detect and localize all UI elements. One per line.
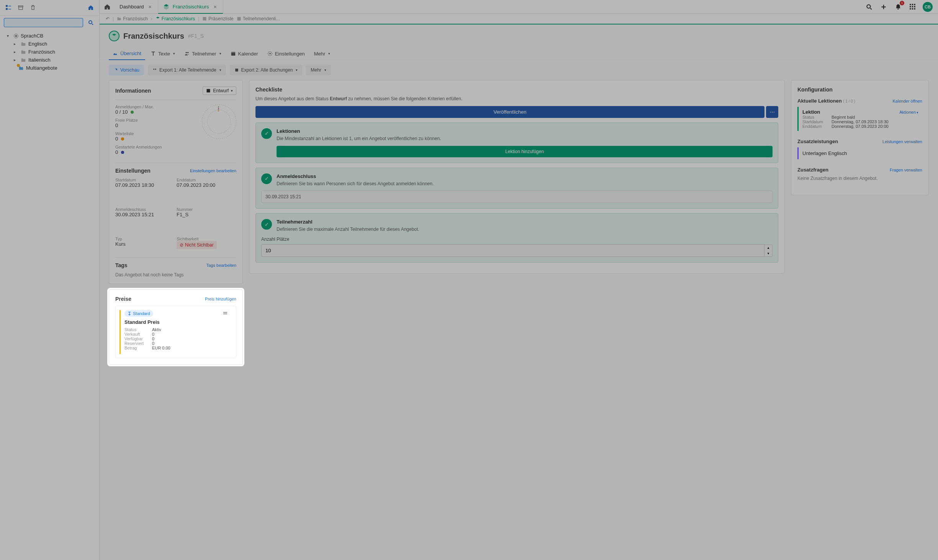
capacity-input[interactable] xyxy=(261,244,764,257)
archive-icon[interactable] xyxy=(16,3,25,12)
tab-dashboard[interactable]: Dashboard × xyxy=(115,0,158,13)
menu-participants[interactable]: Teilnehmer xyxy=(180,48,225,60)
add-lesson-button[interactable]: Lektion hinzufügen xyxy=(277,146,773,157)
tree-item-multi[interactable]: Multiangebote xyxy=(0,64,99,72)
home-icon[interactable] xyxy=(86,3,95,12)
export1-button[interactable]: Export 1: Alle Teilnehmende xyxy=(148,65,226,75)
manage-services-link[interactable]: Leistungen verwalten xyxy=(882,139,922,144)
bc-franzoesisch[interactable]: Französisch xyxy=(117,16,148,21)
svg-rect-5 xyxy=(19,7,23,10)
export2-button[interactable]: Export 2: Alle Buchungen xyxy=(230,65,303,75)
avatar[interactable]: CB xyxy=(923,2,933,12)
svg-rect-10 xyxy=(914,4,915,5)
svg-rect-3 xyxy=(8,9,11,10)
lesson-card: Lektion Aktionen StatusBeginnt bald Star… xyxy=(797,107,922,131)
check-capacity: ✓ Teilnehmerzahl Definieren Sie die maxi… xyxy=(255,213,778,263)
status-dot xyxy=(121,151,124,154)
svg-rect-9 xyxy=(912,4,913,5)
svg-rect-26 xyxy=(235,69,238,72)
spin-down[interactable]: ▼ xyxy=(764,251,772,256)
check-deadline: ✓ Anmeldeschluss Definieren Sie bis wann… xyxy=(255,168,778,209)
svg-rect-14 xyxy=(910,8,911,9)
svg-point-20 xyxy=(187,52,189,54)
svg-rect-13 xyxy=(914,6,915,7)
checklist-card: Checkliste Um dieses Angebot aus dem Sta… xyxy=(249,80,785,274)
notif-badge: 1 xyxy=(900,1,904,5)
tree-label: Englisch xyxy=(28,41,47,47)
back-icon[interactable]: ↶ xyxy=(106,16,110,21)
tree-item-englisch[interactable]: ▸ Englisch xyxy=(0,40,99,48)
close-icon[interactable]: × xyxy=(147,4,153,10)
edit-tags-link[interactable]: Tags bearbeiten xyxy=(206,263,236,268)
publish-more-button[interactable]: ⋯ xyxy=(766,106,778,118)
add-price-link[interactable]: Preis hinzufügen xyxy=(205,297,236,301)
svg-rect-12 xyxy=(912,6,913,7)
svg-rect-27 xyxy=(207,89,210,93)
check-lessons: ✓ Lektionen Die Mindestanzahl an Lektion… xyxy=(255,122,778,163)
menu-settings[interactable]: Einstellungen xyxy=(264,48,309,60)
folder-icon xyxy=(21,57,26,63)
drag-handle-icon[interactable] xyxy=(222,310,228,316)
status-draft[interactable]: Entwurf ▾ xyxy=(203,87,236,95)
actions-more-button[interactable]: Mehr xyxy=(306,65,331,75)
checklist-desc: Um dieses Angebot aus dem Status Entwurf… xyxy=(255,96,778,102)
tags-empty: Das Angebot hat noch keine Tags xyxy=(115,272,236,278)
svg-rect-18 xyxy=(237,17,241,21)
sidebar-search-input[interactable] xyxy=(4,18,83,27)
tree-item-italienisch[interactable]: ▸ Italienisch xyxy=(0,56,99,64)
service-card[interactable]: Unterlagen Englisch xyxy=(797,147,922,159)
apps-icon[interactable] xyxy=(908,2,917,11)
preview-button[interactable]: Vorschau xyxy=(109,65,144,75)
menu-more[interactable]: Mehr xyxy=(310,48,334,60)
svg-point-6 xyxy=(89,21,92,24)
tree-root[interactable]: ▾ SprachCB xyxy=(0,32,99,40)
multi-folder-icon xyxy=(18,65,24,71)
status-dot xyxy=(131,111,134,114)
capacity-label: Anzahl Plätze xyxy=(261,237,773,242)
tab-course[interactable]: Französischkurs × xyxy=(158,0,223,13)
page-title: Französischkurs xyxy=(123,32,184,41)
spin-up[interactable]: ▲ xyxy=(764,245,772,251)
svg-point-19 xyxy=(186,52,187,54)
trash-icon[interactable] xyxy=(28,3,38,12)
menu-overview[interactable]: Übersicht xyxy=(109,47,145,60)
tab-label: Französischkurs xyxy=(173,4,209,10)
price-name: Standard Preis xyxy=(124,319,160,325)
bc-course[interactable]: Französischkurs xyxy=(156,16,195,21)
tree-root-label: SprachCB xyxy=(21,33,43,39)
folder-icon xyxy=(21,49,26,55)
svg-point-24 xyxy=(153,69,154,70)
info-title: Informationen xyxy=(115,88,151,94)
lesson-actions[interactable]: Aktionen xyxy=(899,110,918,114)
svg-rect-15 xyxy=(912,8,913,9)
menu-calendar[interactable]: Kalender xyxy=(227,48,262,60)
chevron-right-icon: ▸ xyxy=(14,58,18,62)
menu-texts[interactable]: Texte xyxy=(147,48,179,60)
check-icon: ✓ xyxy=(261,173,272,184)
tab-label: Dashboard xyxy=(120,4,144,10)
svg-point-25 xyxy=(155,69,156,70)
tab-home[interactable] xyxy=(100,0,115,13)
tags-subtitle: Tags xyxy=(115,262,128,268)
tree-view-icon[interactable] xyxy=(4,3,13,12)
price-standard-tag: Standard xyxy=(124,310,153,317)
svg-rect-8 xyxy=(910,4,911,5)
bc-presence[interactable]: Präsenzliste xyxy=(202,16,233,21)
breadcrumb: ↶ | Französisch › Französischkurs | Präs… xyxy=(100,14,938,24)
add-icon[interactable] xyxy=(879,2,888,11)
manage-questions-link[interactable]: Fragen verwalten xyxy=(890,168,922,172)
bc-participants-list[interactable]: Teilnehmendenli... xyxy=(237,16,280,21)
search-icon[interactable] xyxy=(86,18,95,27)
check-icon: ✓ xyxy=(261,128,272,139)
tree-item-franzoesisch[interactable]: ▸ Französisch xyxy=(0,48,99,56)
publish-button[interactable]: Veröffentlichen xyxy=(255,106,764,118)
deadline-input[interactable]: 30.09.2023 15:21 xyxy=(261,191,773,203)
edit-settings-link[interactable]: Einstellungen bearbeiten xyxy=(190,168,236,173)
close-icon[interactable]: × xyxy=(212,4,218,10)
chevron-right-icon: ▸ xyxy=(14,50,18,54)
search-icon[interactable] xyxy=(864,2,874,11)
chevron-right-icon: ▸ xyxy=(14,42,18,46)
notification-icon[interactable]: 1 xyxy=(894,2,903,11)
svg-rect-16 xyxy=(914,8,915,9)
open-calendar-link[interactable]: Kalender öffnen xyxy=(893,99,922,103)
